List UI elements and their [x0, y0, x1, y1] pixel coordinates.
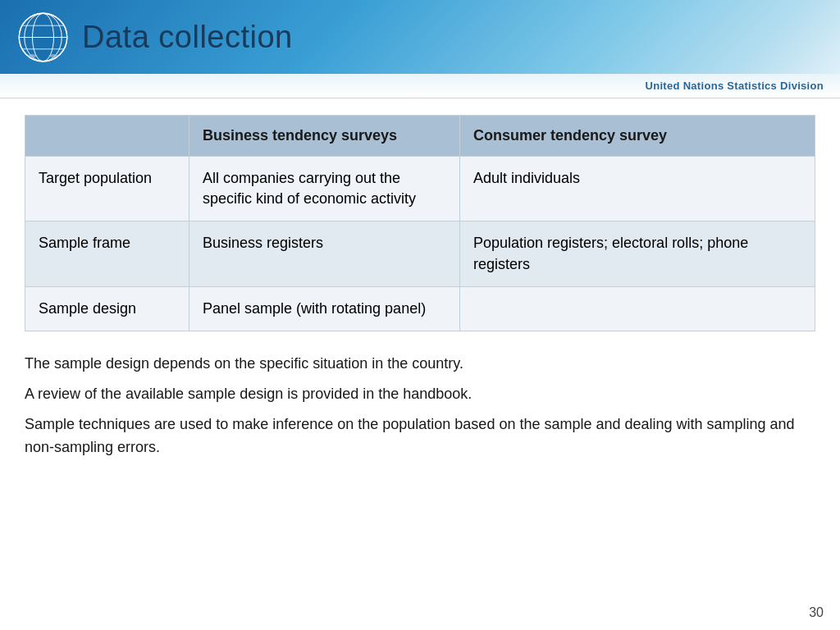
page-header: Data collection — [0, 0, 840, 74]
row-label: Sample frame — [25, 221, 189, 286]
row-consumer — [460, 286, 815, 331]
row-business: Business registers — [189, 221, 460, 286]
un-branding-bar: United Nations Statistics Division — [0, 74, 840, 98]
footer-line-1: The sample design depends on the specifi… — [25, 352, 815, 376]
footer-line-3: Sample techniques are used to make infer… — [25, 413, 815, 460]
table-header-empty — [25, 116, 189, 157]
row-consumer: Population registers; electoral rolls; p… — [460, 221, 815, 286]
table-row: Target populationAll companies carrying … — [25, 157, 815, 221]
table-header-business: Business tendency surveys — [189, 116, 460, 157]
page-title: Data collection — [82, 20, 293, 55]
un-logo — [16, 11, 70, 64]
main-content: Business tendency surveys Consumer tende… — [0, 98, 840, 482]
table-row: Sample frameBusiness registersPopulation… — [25, 221, 815, 286]
comparison-table: Business tendency surveys Consumer tende… — [25, 115, 815, 331]
un-label: United Nations Statistics Division — [645, 80, 824, 92]
row-business: Panel sample (with rotating panel) — [189, 286, 460, 331]
page-number: 30 — [809, 605, 824, 620]
table-header-consumer: Consumer tendency survey — [460, 116, 815, 157]
table-row: Sample designPanel sample (with rotating… — [25, 286, 815, 331]
footer-text: The sample design depends on the specifi… — [25, 352, 815, 459]
row-business: All companies carrying out the specific … — [189, 157, 460, 221]
row-label: Sample design — [25, 286, 189, 331]
row-consumer: Adult individuals — [460, 157, 815, 221]
row-label: Target population — [25, 157, 189, 221]
footer-line-2: A review of the available sample design … — [25, 382, 815, 406]
